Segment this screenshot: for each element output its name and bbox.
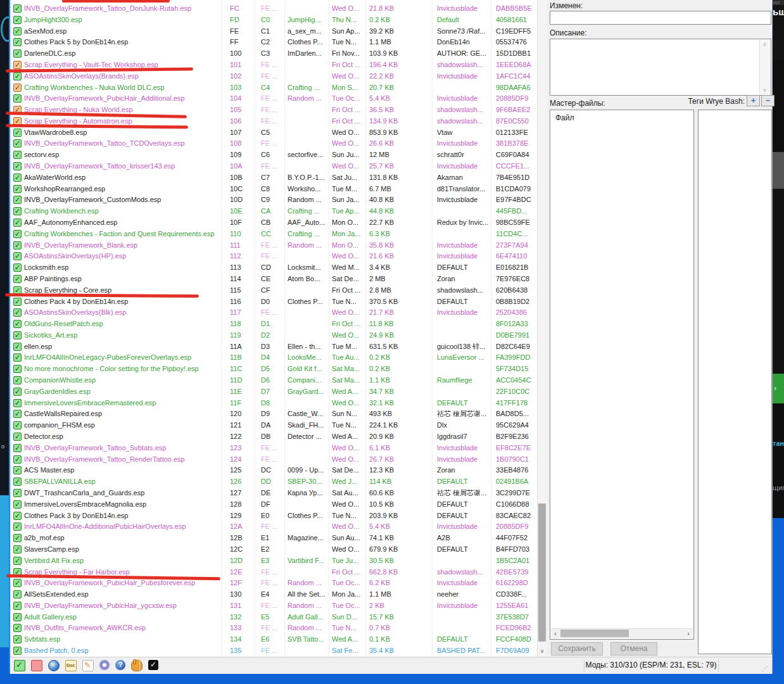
mod-row[interactable]: Clothes Pack 3 by DonEb14n.esp129E0Cloth… (11, 510, 537, 522)
mod-checkbox-enabled-icon[interactable] (13, 590, 22, 598)
mod-row[interactable]: ASOAstinsSkinOverlays(Blk).esp117FE ...W… (11, 307, 537, 319)
description-textarea[interactable]: ∧ ∨ (550, 39, 771, 96)
mod-row[interactable]: companion_FHSM.esp121DASkadi_FH...Tue N.… (11, 420, 537, 431)
mod-row[interactable]: ImmersiveLoversEmbraceMagnolia.esp128DFW… (11, 499, 537, 510)
mod-checkbox-imported-icon[interactable] (13, 61, 22, 69)
mod-row[interactable]: DarleneDLC.esp100C3ImDarlen...Fri Nov...… (11, 48, 537, 60)
mod-row[interactable]: INVB_Outfits_Framework_AWKCR.esp133FE ..… (11, 623, 537, 634)
mod-checkbox-enabled-icon[interactable] (13, 388, 22, 396)
mod-checkbox-enabled-icon[interactable] (13, 365, 22, 373)
edit-pencil-icon[interactable] (82, 660, 94, 671)
mod-checkbox-enabled-icon[interactable] (13, 466, 22, 474)
mod-checkbox-enabled-icon[interactable] (13, 139, 22, 148)
mods-list[interactable]: INVB_OverlayFramework_Tattoo_DonJunk-Rut… (11, 0, 537, 657)
scroll-right-icon[interactable]: › (684, 629, 693, 638)
mod-checkbox-enabled-icon[interactable] (13, 49, 22, 58)
mod-checkbox-enabled-icon[interactable] (13, 275, 22, 283)
doc-browser-icon[interactable] (65, 660, 77, 671)
modified-input[interactable] (550, 11, 771, 25)
plugin-enabled-checkbox-icon[interactable] (14, 660, 25, 671)
launch-globe-icon[interactable] (48, 660, 60, 671)
mod-checkbox-enabled-icon[interactable] (13, 252, 22, 260)
mod-checkbox-enabled-icon[interactable] (13, 4, 22, 13)
mod-checkbox-enabled-icon[interactable] (13, 241, 22, 250)
mod-checkbox-enabled-icon[interactable] (13, 635, 22, 643)
mod-row[interactable]: INVB_OverlayFramework_Tattoo_RenderTatto… (11, 454, 537, 466)
mod-row[interactable]: AkaWaterWorld.esp10BC7B.Y.O.P.-1...Sat J… (11, 172, 537, 184)
mod-checkbox-enabled-icon[interactable] (13, 72, 22, 80)
mod-checkbox-enabled-icon[interactable] (13, 500, 22, 509)
mod-row[interactable]: Adult Gallery.esp132E5Adult Gall...Sun D… (11, 612, 537, 623)
mod-row[interactable]: AAF_AutonomyEnhanced.esp10FCBAAF_Auto...… (11, 217, 537, 229)
mod-row[interactable]: INVB_OverlayFramework_Tattoo_TCDOverlays… (11, 138, 537, 149)
mod-row[interactable]: sectorv.esp109C6sectorfive...Sun Ju...12… (11, 149, 537, 161)
mod-row[interactable]: INVB_OverlayFramework_Tattoo_krisser143.… (11, 161, 537, 172)
mod-checkbox-enabled-icon[interactable] (13, 455, 22, 464)
mod-checkbox-enabled-icon[interactable] (13, 263, 22, 272)
scrollbar-thumb[interactable] (538, 504, 546, 642)
mod-row[interactable]: INVB_OverlayFramework_PubicHair_Addition… (11, 93, 537, 104)
description-scrollbar[interactable]: ∧ ∨ (759, 40, 770, 94)
mod-checkbox-enabled-icon[interactable] (13, 433, 22, 441)
help-icon[interactable] (115, 660, 125, 670)
mod-row[interactable]: INVB_OverlayFramework_Blank.esp111FE ...… (11, 240, 537, 251)
mod-checkbox-imported-icon[interactable] (13, 84, 22, 92)
bash-tags-list[interactable] (698, 110, 772, 654)
mod-checkbox-enabled-icon[interactable] (13, 602, 22, 610)
mod-row[interactable]: ACS Master.esp125DC0099 - Up...Sat De...… (11, 465, 537, 476)
mod-checkbox-enabled-icon[interactable] (13, 94, 22, 103)
wrye-bash-flag-icon[interactable] (148, 660, 158, 670)
mod-row[interactable]: ABP Paintings.esp114CEAtom Bo...Sat De..… (11, 274, 537, 285)
mod-checkbox-enabled-icon[interactable] (13, 27, 22, 35)
mod-row[interactable]: Crafting Workbenches - Faction and Quest… (11, 229, 537, 240)
mod-checkbox-enabled-icon[interactable] (13, 151, 22, 159)
mod-row[interactable]: INVB_OverlayFramework_Tattoo_Svbtats.esp… (11, 443, 537, 454)
mod-row[interactable]: Clothes Pack 4 by DonEb14n.esp116D0Cloth… (11, 296, 537, 308)
mod-row[interactable]: Vertibird Alt Fix.esp12DE3Vartibird F...… (11, 555, 537, 567)
add-tag-button[interactable]: + (747, 95, 760, 106)
mod-checkbox-enabled-icon[interactable] (13, 579, 22, 587)
mod-checkbox-enabled-icon[interactable] (13, 647, 22, 655)
mod-row[interactable]: InrLMFO4AllInOne-AdditionalPubicHairOver… (11, 521, 537, 533)
mod-checkbox-enabled-icon[interactable] (13, 478, 22, 486)
mod-checkbox-enabled-icon[interactable] (13, 196, 22, 204)
scroll-down-icon[interactable]: ∨ (760, 87, 769, 93)
mod-row[interactable]: INVB_OverlayFramework_Tattoo_DonJunk-Rut… (11, 3, 537, 15)
mod-row[interactable]: DWT_TrashcanCarla_and_Guards.esp127DEКар… (11, 488, 537, 499)
mod-row[interactable]: InrLMFO4AllInOneLegacy-PubesForeverOverl… (11, 352, 537, 364)
settings-hand-icon[interactable] (131, 660, 142, 671)
mod-checkbox-enabled-icon[interactable] (13, 320, 22, 328)
masters-horizontal-scrollbar[interactable]: ‹ › (551, 628, 693, 638)
mod-row[interactable]: Clothes Pack 5 by DonEb14n.espFFC2Clothe… (11, 37, 537, 48)
mod-row[interactable]: OldGuns-ResetPatch.esp118D1Fri Oct ...11… (11, 319, 537, 330)
mod-row[interactable]: aSexMod.espFEC1a_sex_m...Sun Ap...39.2 K… (11, 26, 537, 37)
mod-row[interactable]: CompanionWhistle.esp11DD6Compani...Sat M… (11, 375, 537, 386)
save-button[interactable]: Сохранить (551, 642, 603, 656)
master-files-list[interactable]: Файл ‹ › (550, 110, 694, 640)
mod-checkbox-enabled-icon[interactable] (13, 218, 22, 227)
mod-row[interactable]: a2b_mof.esp12BE1Magazine...Sun Au...74.1… (11, 533, 537, 544)
mod-checkbox-enabled-icon[interactable] (13, 331, 22, 339)
mod-row[interactable]: Svbtats.esp134E6SVB Tatto...Wed A...0.1 … (11, 634, 537, 645)
mod-row[interactable]: SlaversCamp.esp12CE2Wed O...679.9 KBDEFA… (11, 544, 537, 555)
mod-checkbox-enabled-icon[interactable] (13, 444, 22, 452)
mod-row[interactable]: JumpHight300.espFDC0JumpHig...Thu N...0.… (11, 15, 537, 26)
mod-checkbox-enabled-icon[interactable] (13, 545, 22, 554)
plugin-disabled-square-icon[interactable] (31, 660, 42, 671)
mod-checkbox-enabled-icon[interactable] (13, 308, 22, 317)
mod-checkbox-enabled-icon[interactable] (13, 522, 22, 531)
mod-row[interactable]: SBEPALLVANILLA.esp126DDSBEP-30...Wed J..… (11, 476, 537, 488)
mod-checkbox-enabled-icon[interactable] (13, 16, 22, 24)
mod-checkbox-enabled-icon[interactable] (13, 512, 22, 520)
mod-checkbox-enabled-icon[interactable] (13, 174, 22, 182)
mod-row[interactable]: Detector.esp122DBDetector ...Wed A...20.… (11, 431, 537, 443)
mod-row[interactable]: No more monochrome - Color setting for t… (11, 364, 537, 375)
mod-row[interactable]: ellen.esp11AD3Ellen - th...Tue M...631.5… (11, 341, 537, 353)
mod-row[interactable]: WorkshopRearranged.esp10CC8Worksho...Tue… (11, 184, 537, 195)
mod-row[interactable]: INVB_OverlayFramework_PubicHair_ygcxsw.e… (11, 600, 537, 612)
scrollbar-thumb[interactable] (560, 630, 629, 637)
mod-checkbox-enabled-icon[interactable] (13, 230, 22, 238)
mod-checkbox-enabled-icon[interactable] (13, 624, 22, 632)
mod-checkbox-enabled-icon[interactable] (13, 298, 22, 306)
mod-row[interactable]: CastleWallsRepaired.esp120D9Castle_W...S… (11, 408, 537, 420)
